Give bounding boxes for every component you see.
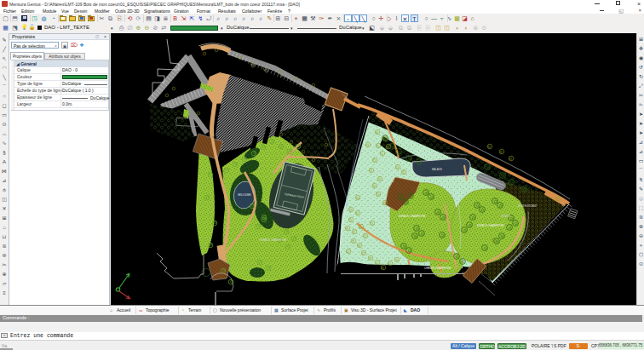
svg-text:MILOUSE: MILOUSE [238, 193, 251, 197]
svg-text:ESPACE CHAMPETRE: ESPACE CHAMPETRE [477, 224, 504, 227]
svg-text:ESPACE CHAMPETRE: ESPACE CHAMPETRE [399, 215, 426, 218]
svg-text:ESPACE CHAMPETRE: ESPACE CHAMPETRE [260, 238, 287, 242]
svg-text:BOIS EXISTANT: BOIS EXISTANT [518, 204, 538, 208]
svg-text:PRAIRIE: PRAIRIE [501, 215, 510, 218]
svg-text:BALADE: BALADE [432, 168, 442, 171]
svg-text:LE PRE: LE PRE [372, 170, 382, 174]
svg-text:CHEMIN CHAMPETRE: CHEMIN CHAMPETRE [424, 267, 451, 270]
